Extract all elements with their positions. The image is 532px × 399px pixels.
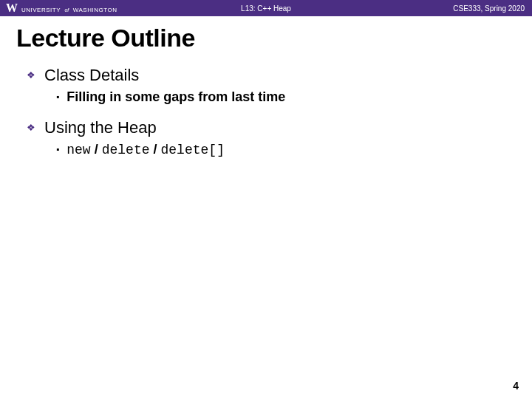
diamond-bullet-icon: ❖ [27, 70, 35, 80]
list-item: ❖ Using the Heap [27, 118, 516, 137]
code-token: delete [102, 143, 150, 157]
uw-brand: W UNIVERSITY of WASHINGTON [6, 1, 117, 15]
list-subitem: ▪ new / delete / delete[] [56, 142, 516, 157]
sep: / [91, 142, 102, 157]
lecture-label: L13: C++ Heap [241, 4, 291, 13]
uw-text: UNIVERSITY of WASHINGTON [21, 1, 117, 15]
brand-word-2: WASHINGTON [73, 7, 117, 13]
slide-content: Lecture Outline ❖ Class Details ▪ Fillin… [0, 16, 532, 157]
course-label: CSE333, Spring 2020 [453, 4, 525, 13]
brand-word-1: UNIVERSITY [21, 7, 61, 13]
code-token: delete[] [161, 143, 225, 157]
list-subitem: ▪ Filling in some gaps from last time [56, 89, 516, 105]
square-bullet-icon: ▪ [56, 145, 59, 154]
subitem-label: new / delete / delete[] [66, 142, 225, 157]
slide-header: W UNIVERSITY of WASHINGTON L13: C++ Heap… [0, 0, 532, 16]
subitem-label: Filling in some gaps from last time [66, 89, 285, 105]
page-title: Lecture Outline [16, 24, 516, 52]
item-label: Class Details [44, 66, 139, 85]
diamond-bullet-icon: ❖ [27, 123, 35, 132]
brand-of: of [64, 7, 69, 13]
page-number: 4 [513, 380, 519, 392]
w-logo-icon: W [6, 2, 17, 14]
code-token: new [66, 143, 90, 157]
list-item: ❖ Class Details [27, 66, 516, 85]
square-bullet-icon: ▪ [56, 92, 59, 101]
item-label: Using the Heap [44, 118, 157, 137]
sep: / [150, 142, 161, 157]
